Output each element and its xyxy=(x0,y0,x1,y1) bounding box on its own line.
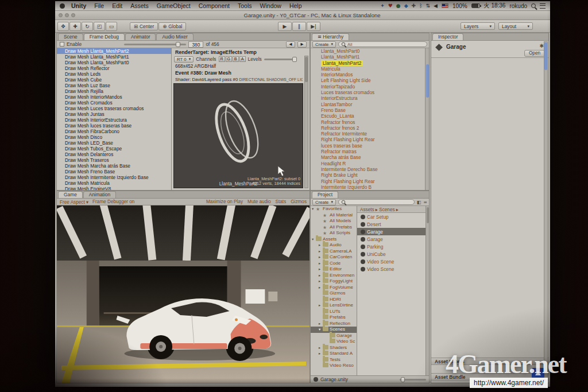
window-minimize-button[interactable] xyxy=(65,13,69,17)
draw-call-row[interactable]: Draw Mesh EngineV8 xyxy=(57,186,171,190)
hierarchy-item[interactable]: Llanta_MeshPart2 xyxy=(311,60,425,66)
draw-call-row[interactable]: Draw Mesh Luces traseras cromados xyxy=(57,106,171,111)
game-toolbar-button[interactable]: Maximize on Play xyxy=(206,199,243,204)
hierarchy-item[interactable]: InteriorEstructura xyxy=(311,95,425,101)
apple-menu-icon[interactable] xyxy=(60,3,65,9)
menubar-clock[interactable]: 火 18:36 xyxy=(484,2,506,10)
panel-tab[interactable]: Game xyxy=(58,191,83,198)
pause-button[interactable]: ∥ xyxy=(292,22,306,31)
frame-slider[interactable] xyxy=(124,44,186,45)
project-tree-item[interactable]: ▾Favorites xyxy=(311,206,357,212)
menu-item[interactable]: Tools xyxy=(234,2,256,9)
draw-call-row[interactable]: Draw Mesh Leds xyxy=(57,71,171,77)
draw-call-row[interactable]: Draw Mesh Marcha atrás Base xyxy=(57,163,171,169)
draw-call-row[interactable]: Draw Mesh Freno Base xyxy=(57,169,171,174)
transform-tool-button[interactable]: ↻ xyxy=(82,22,93,31)
hierarchy-item[interactable]: Escudo_LLanta xyxy=(311,113,425,119)
menu-item[interactable]: Component xyxy=(195,2,234,9)
panel-tab[interactable]: Animator xyxy=(125,33,156,40)
status-icon[interactable]: ᛒ xyxy=(419,3,422,9)
game-viewport[interactable] xyxy=(57,205,310,383)
game-toolbar-button[interactable]: Stats xyxy=(276,199,287,204)
play-button[interactable]: ▶ xyxy=(278,22,292,31)
levels-slider[interactable] xyxy=(264,59,296,60)
hierarchy-search-input[interactable]: All xyxy=(338,41,427,47)
status-icon[interactable]: ● xyxy=(396,3,401,9)
window-zoom-button[interactable] xyxy=(71,13,75,17)
project-tree-item[interactable]: Prefabs xyxy=(311,315,357,321)
layout-dropdown[interactable]: Layout▾ xyxy=(498,22,533,30)
menu-item[interactable]: GameObject xyxy=(153,2,195,9)
thumbnail-zoom-slider[interactable] xyxy=(400,379,426,381)
draw-call-row[interactable]: Draw Mesh Delanteros xyxy=(57,152,171,157)
hierarchy-item[interactable]: Right Flashing Light Rear xyxy=(311,178,425,184)
menu-item[interactable]: Window xyxy=(256,2,285,9)
panel-tab[interactable]: Frame Debug xyxy=(84,33,125,40)
draw-call-row[interactable]: Draw Mesh Llanta_MeshPart1 xyxy=(57,54,171,60)
menu-item[interactable]: Edit xyxy=(108,2,126,9)
draw-call-row[interactable]: Draw Mesh Juntas xyxy=(57,111,171,117)
draw-call-row[interactable]: Draw Mesh Cube xyxy=(57,77,171,83)
frame-number-field[interactable]: 380 xyxy=(188,41,203,48)
status-icon[interactable]: ⇅ xyxy=(426,3,431,9)
hierarchy-item[interactable]: InteriorMandos xyxy=(311,72,425,77)
menubar-user[interactable]: rokudo xyxy=(509,3,527,9)
hierarchy-item[interactable]: Refractor Intermitente xyxy=(311,131,425,137)
space-toggle-button[interactable]: ⊕ Global xyxy=(158,22,186,30)
breadcrumb[interactable]: Assets ▸ Scenes ▸ xyxy=(357,206,425,213)
transform-tool-button[interactable]: ▭ xyxy=(106,22,117,31)
battery-icon[interactable] xyxy=(471,3,480,8)
aspect-dropdown[interactable]: Free Aspect ▾ xyxy=(60,199,88,205)
game-toolbar-button[interactable]: Mute audio xyxy=(247,199,271,204)
status-icon[interactable]: ✚ xyxy=(412,3,416,9)
inspector-scrollbar[interactable] xyxy=(544,41,548,382)
project-tree-item[interactable]: ▸FogVolume xyxy=(311,285,357,291)
create-dropdown[interactable]: Create▾ xyxy=(312,199,336,205)
project-tree-item[interactable]: ▸Standard A xyxy=(311,351,357,357)
tab-inspector[interactable]: Inspector xyxy=(432,33,463,40)
scene-asset-item[interactable]: Desert xyxy=(357,220,425,228)
project-tree-item[interactable]: LUTs xyxy=(311,309,357,315)
gear-icon[interactable]: ✱ xyxy=(539,43,544,49)
draw-call-row[interactable]: Draw Mesh Llanta_MeshPart0 xyxy=(57,60,171,65)
draw-call-row[interactable]: Draw Mesh Cromados xyxy=(57,100,171,106)
transform-tool-button[interactable]: ✥ xyxy=(57,22,69,31)
project-tree-item[interactable]: ▸Environmen xyxy=(311,273,357,279)
step-button[interactable]: ▶| xyxy=(307,22,320,31)
project-tree-item[interactable]: All Prefabs xyxy=(311,224,357,231)
project-menu-icon[interactable]: ≡ xyxy=(423,200,427,205)
draw-call-row[interactable]: Draw Mesh FibraCarbono xyxy=(57,129,171,134)
hierarchy-item[interactable]: Refractor frenos 2 xyxy=(311,125,425,131)
scene-asset-item[interactable]: Video Scene xyxy=(357,265,425,273)
hierarchy-item[interactable]: Left Flashing Light Side xyxy=(311,77,425,83)
detail-scrollbar[interactable] xyxy=(304,56,308,188)
draw-call-row[interactable]: Draw Mesh Tubos_Escape xyxy=(57,146,171,152)
tab-project[interactable]: Project xyxy=(312,191,338,198)
status-icon[interactable]: ◆ xyxy=(404,3,408,9)
next-frame-button[interactable]: ▶ xyxy=(297,41,307,48)
prev-frame-button[interactable]: ◀ xyxy=(286,41,295,48)
project-scrollbar[interactable] xyxy=(425,206,429,375)
split-view-icon[interactable]: ◧ xyxy=(417,200,421,205)
draw-call-row[interactable]: Draw Mesh InteriorMandos xyxy=(57,94,171,100)
hierarchy-item[interactable]: InteriorTapizado xyxy=(311,84,425,90)
project-tree-item[interactable]: ▸CarConten xyxy=(311,254,357,261)
project-tree-item[interactable]: HDRI xyxy=(311,297,357,303)
menu-item[interactable]: File xyxy=(90,2,108,9)
draw-call-row[interactable]: Draw Mesh InteriorEstructura xyxy=(57,117,171,123)
project-search-input[interactable] xyxy=(338,199,415,205)
us-flag-icon[interactable] xyxy=(442,3,448,8)
project-tree-item[interactable]: ▸Code xyxy=(311,261,357,267)
transform-tool-button[interactable]: ✚ xyxy=(69,22,81,31)
tab-hierarchy[interactable]: ≡ Hierarchy xyxy=(312,33,349,40)
hierarchy-item[interactable]: LlantasTambor xyxy=(311,102,425,107)
scene-asset-item[interactable]: Garage xyxy=(357,235,425,243)
channel-button[interactable]: A xyxy=(239,56,246,62)
scene-asset-item[interactable]: Car Setup xyxy=(357,213,425,220)
project-tree-item[interactable]: Video Sc xyxy=(311,339,357,345)
project-tree-item[interactable]: ▸Shaders xyxy=(311,345,357,351)
hierarchy-scrollbar[interactable] xyxy=(425,48,429,190)
project-tree-item[interactable]: ▸Editor xyxy=(311,266,357,273)
scene-asset-item[interactable]: UniCube xyxy=(357,250,425,258)
scene-asset-item[interactable]: Video Scene xyxy=(357,258,425,265)
